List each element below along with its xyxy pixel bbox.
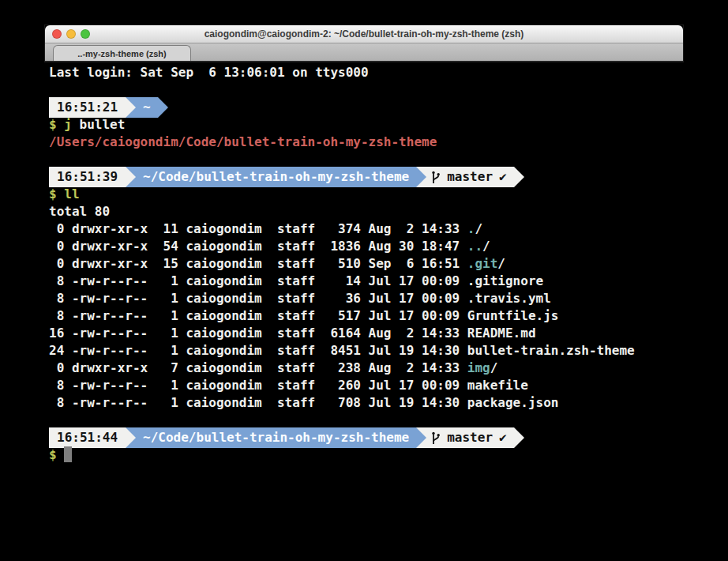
listing-file-name: Gruntfile.js xyxy=(467,308,559,323)
prompt-bar-1: 16:51:21~ xyxy=(49,97,168,118)
git-branch-name: master xyxy=(447,429,493,446)
listing-dir-slash: / xyxy=(475,221,482,236)
command-line-j-bullet: $ j bullet xyxy=(49,116,728,134)
prompt-dir-segment: ~/Code/bullet-train-oh-my-zsh-theme xyxy=(136,167,416,187)
listing-row: 8 -rw-r--r-- 1 caiogondim staff 14 Jul 1… xyxy=(49,273,728,290)
terminal-window-chrome: caiogondim@caiogondim-2: ~/Code/bullet-t… xyxy=(45,25,683,62)
listing-row-meta: 0 drwxr-xr-x 11 caiogondim staff 374 Aug… xyxy=(49,221,467,236)
listing-dir-slash: / xyxy=(490,360,498,375)
listing-file-name: .git xyxy=(467,256,498,271)
powerline-arrow-icon xyxy=(126,97,136,118)
listing-row: 8 -rw-r--r-- 1 caiogondim staff 517 Jul … xyxy=(49,307,728,325)
total-line: total 80 xyxy=(49,203,728,220)
git-branch-icon xyxy=(431,171,441,184)
command-text: $ j xyxy=(49,117,72,132)
traffic-lights xyxy=(52,25,90,43)
listing-row-meta: 24 -rw-r--r-- 1 caiogondim staff 8451 Ju… xyxy=(49,343,467,358)
prompt-time-segment: 16:51:21 xyxy=(49,97,126,118)
powerline-arrow-icon xyxy=(416,167,426,187)
listing-row: 0 drwxr-xr-x 15 caiogondim staff 510 Sep… xyxy=(49,255,728,273)
listing-row-meta: 8 -rw-r--r-- 1 caiogondim staff 517 Jul … xyxy=(49,308,467,323)
powerline-arrow-icon xyxy=(514,427,524,448)
listing-row: 8 -rw-r--r-- 1 caiogondim staff 708 Jul … xyxy=(49,394,728,412)
listing-file-name: img xyxy=(467,360,490,375)
blank-line xyxy=(49,151,728,168)
git-status-check: ✔ xyxy=(499,429,507,446)
text-cursor[interactable] xyxy=(64,446,72,462)
listing-row: 16 -rw-r--r-- 1 caiogondim staff 6164 Au… xyxy=(49,325,728,342)
listing-file-name: .travis.yml xyxy=(467,291,551,306)
window-titlebar[interactable]: caiogondim@caiogondim-2: ~/Code/bullet-t… xyxy=(45,25,683,43)
git-status-check: ✔ xyxy=(499,168,507,186)
listing-row: 0 drwxr-xr-x 11 caiogondim staff 374 Aug… xyxy=(49,220,728,238)
prompt-git-segment: master✔ xyxy=(426,427,513,448)
powerline-arrow-icon xyxy=(126,167,136,187)
listing-file-name: package.json xyxy=(467,395,559,410)
command-text: $ ll xyxy=(49,186,80,201)
listing-row-meta: 8 -rw-r--r-- 1 caiogondim staff 708 Jul … xyxy=(49,395,467,410)
prompt-dir-segment: ~/Code/bullet-train-oh-my-zsh-theme xyxy=(136,427,416,448)
zoom-button[interactable] xyxy=(81,29,90,39)
tab-label: ..-my-zsh-theme (zsh) xyxy=(77,49,166,58)
listing-file-name: .. xyxy=(467,239,482,254)
last-login-line: Last login: Sat Sep 6 13:06:01 on ttys00… xyxy=(49,64,728,81)
tab-bar: ..-my-zsh-theme (zsh) xyxy=(45,43,683,62)
blank-line xyxy=(49,81,728,99)
prompt-time-segment: 16:51:44 xyxy=(49,427,126,448)
git-branch-icon xyxy=(431,431,441,445)
powerline-arrow-icon xyxy=(416,427,426,448)
command-text: bullet xyxy=(72,117,125,132)
file-listing: 0 drwxr-xr-x 11 caiogondim staff 374 Aug… xyxy=(49,220,728,412)
desktop-background: caiogondim@caiogondim-2: ~/Code/bullet-t… xyxy=(0,0,728,561)
listing-row-meta: 16 -rw-r--r-- 1 caiogondim staff 6164 Au… xyxy=(49,326,467,341)
listing-row: 0 drwxr-xr-x 7 caiogondim staff 238 Aug … xyxy=(49,360,728,377)
minimize-button[interactable] xyxy=(66,29,76,39)
autojump-output-path: /Users/caiogondim/Code/bullet-train-oh-m… xyxy=(49,134,728,151)
listing-row: 0 drwxr-xr-x 54 caiogondim staff 1836 Au… xyxy=(49,238,728,255)
prompt-bar-3: 16:51:44~/Code/bullet-train-oh-my-zsh-th… xyxy=(49,427,524,448)
powerline-arrow-icon xyxy=(158,97,168,118)
listing-row-meta: 8 -rw-r--r-- 1 caiogondim staff 36 Jul 1… xyxy=(49,291,467,306)
listing-row-meta: 0 drwxr-xr-x 54 caiogondim staff 1836 Au… xyxy=(49,239,467,254)
listing-file-name: . xyxy=(467,221,475,236)
tab-active[interactable]: ..-my-zsh-theme (zsh) xyxy=(53,45,191,61)
listing-row: 8 -rw-r--r-- 1 caiogondim staff 260 Jul … xyxy=(49,377,728,394)
listing-dir-slash: / xyxy=(497,256,505,271)
cursor-line[interactable]: $ xyxy=(49,446,728,464)
listing-file-name: bullet-train.zsh-theme xyxy=(467,343,635,358)
listing-file-name: makefile xyxy=(467,378,528,393)
close-button[interactable] xyxy=(52,29,62,39)
listing-row-meta: 8 -rw-r--r-- 1 caiogondim staff 260 Jul … xyxy=(49,378,467,393)
powerline-arrow-icon xyxy=(126,427,136,448)
listing-file-name: .gitignore xyxy=(467,273,543,288)
listing-row-meta: 8 -rw-r--r-- 1 caiogondim staff 14 Jul 1… xyxy=(49,273,467,288)
prompt-bar-2: 16:51:39~/Code/bullet-train-oh-my-zsh-th… xyxy=(49,167,524,187)
command-line-ll: $ ll xyxy=(49,186,728,203)
listing-file-name: README.md xyxy=(467,326,536,341)
powerline-arrow-icon xyxy=(514,167,524,187)
terminal-content[interactable]: Last login: Sat Sep 6 13:06:01 on ttys00… xyxy=(45,61,728,464)
prompt-dir-segment: ~ xyxy=(136,97,158,118)
listing-row-meta: 0 drwxr-xr-x 15 caiogondim staff 510 Sep… xyxy=(49,256,467,271)
listing-row: 24 -rw-r--r-- 1 caiogondim staff 8451 Ju… xyxy=(49,342,728,360)
prompt-dollar: $ xyxy=(49,447,64,462)
prompt-time-segment: 16:51:39 xyxy=(49,167,126,187)
listing-dir-slash: / xyxy=(482,239,490,254)
listing-row: 8 -rw-r--r-- 1 caiogondim staff 36 Jul 1… xyxy=(49,290,728,307)
prompt-git-segment: master✔ xyxy=(426,167,513,187)
listing-row-meta: 0 drwxr-xr-x 7 caiogondim staff 238 Aug … xyxy=(49,360,467,375)
blank-line xyxy=(49,412,728,429)
git-branch-name: master xyxy=(447,168,493,186)
window-title: caiogondim@caiogondim-2: ~/Code/bullet-t… xyxy=(205,28,524,40)
